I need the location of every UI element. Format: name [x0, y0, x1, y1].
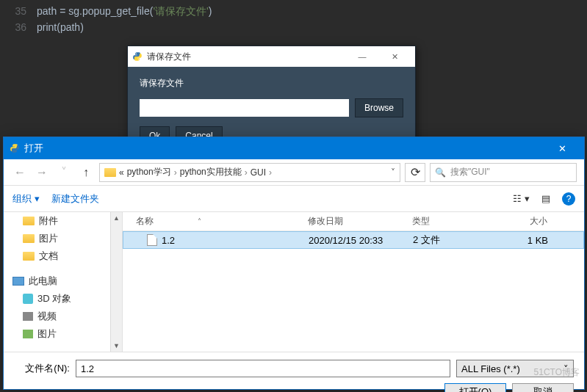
code-line: 36 print(path) [6, 19, 581, 35]
filedlg-title: 打开 [24, 142, 43, 155]
col-date[interactable]: 修改日期 [308, 215, 412, 228]
code-text: print(path) [37, 19, 84, 35]
col-type[interactable]: 类型 [412, 215, 500, 228]
search-input[interactable]: 🔍 搜索"GUI" [430, 163, 577, 182]
refresh-button[interactable]: ⟳ [405, 163, 425, 182]
nav-bar: ← → ˅ ↑ « python学习 › python实用技能 › GUI › … [4, 159, 584, 186]
file-icon [147, 234, 157, 246]
scroll-down-icon[interactable]: ▼ [111, 340, 122, 352]
breadcrumb-dropdown[interactable]: ˅ [391, 167, 395, 178]
svg-point-1 [138, 59, 139, 60]
newfolder-button[interactable]: 新建文件夹 [51, 192, 99, 206]
video-icon [23, 312, 33, 321]
close-button[interactable]: ✕ [546, 137, 578, 159]
svg-point-0 [136, 53, 137, 54]
help-button[interactable]: ? [562, 192, 575, 206]
file-open-dialog: 打开 ✕ ← → ˅ ↑ « python学习 › python实用技能 › G… [3, 137, 585, 390]
preview-pane-button[interactable]: ▤ [541, 193, 550, 204]
sidebar-item[interactable]: 图片 [4, 325, 122, 343]
breadcrumb-prefix: « [119, 167, 124, 178]
organize-button[interactable]: 组织 ▾ [12, 192, 40, 206]
browse-button[interactable]: Browse [355, 98, 403, 117]
toolbar: 组织 ▾ 新建文件夹 ☷▾ ▤ ? [4, 186, 584, 212]
chevron-right-icon: › [245, 167, 248, 178]
open-button[interactable]: 打开(O) [444, 383, 506, 392]
chevron-right-icon: › [269, 167, 272, 178]
sidebar-scrollbar[interactable]: ▲ ▼ [110, 212, 122, 352]
folder-icon [23, 252, 35, 261]
breadcrumb[interactable]: « python学习 › python实用技能 › GUI › ˅ [99, 163, 400, 182]
python-logo-icon [10, 143, 20, 153]
search-placeholder: 搜索"GUI" [450, 166, 490, 178]
nav-up-button[interactable]: ↑ [77, 164, 95, 181]
picture-icon [23, 330, 33, 338]
nav-recent-button[interactable]: ˅ [55, 164, 73, 181]
sidebar-thispc[interactable]: 此电脑 [4, 272, 122, 290]
col-size[interactable]: 大小 [500, 215, 558, 228]
line-number: 36 [6, 19, 26, 35]
filedlg-bottom: 文件名(N): ALL Files (*.*)˅ 打开(O) 取消 [4, 352, 584, 392]
col-name[interactable]: 名称 [136, 215, 154, 228]
folder-icon [104, 168, 116, 177]
sidebar-item[interactable]: 附件 [4, 212, 122, 230]
minimize-button[interactable]: — [346, 46, 378, 67]
filedlg-titlebar[interactable]: 打开 ✕ [4, 137, 584, 159]
nav-forward-button[interactable]: → [33, 164, 51, 181]
line-number: 35 [6, 3, 26, 19]
sort-indicator-icon: ˄ [198, 217, 201, 225]
code-editor: 35 path = sg.popup_get_file('请保存文件') 36 … [0, 0, 587, 38]
sidebar-item[interactable]: 文档 [4, 247, 122, 265]
popup-title: 请保存文件 [147, 51, 191, 63]
sidebar-item[interactable]: 3D 对象 [4, 290, 122, 308]
file-list: 名称˄ 修改日期 类型 大小 1.2 2020/12/15 20:33 2 文件… [123, 212, 584, 352]
filename-input[interactable] [76, 360, 450, 377]
filename-label: 文件名(N): [14, 362, 70, 375]
filter-select[interactable]: ALL Files (*.*)˅ [456, 360, 574, 377]
breadcrumb-seg[interactable]: python学习 [127, 166, 171, 178]
popup-label: 请保存文件 [140, 77, 403, 90]
popup-titlebar[interactable]: 请保存文件 — ✕ [128, 46, 415, 67]
code-line: 35 path = sg.popup_get_file('请保存文件') [6, 3, 581, 19]
sidebar-item[interactable]: 图片 [4, 230, 122, 247]
chevron-right-icon: › [174, 167, 177, 178]
close-button[interactable]: ✕ [378, 46, 411, 67]
folder-icon [23, 217, 35, 225]
scroll-up-icon[interactable]: ▲ [111, 212, 122, 224]
sidebar: 附件 图片 文档 此电脑 3D 对象 视频 图片 ▲ ▼ [4, 212, 123, 352]
view-mode-button[interactable]: ☷▾ [513, 193, 530, 204]
breadcrumb-seg[interactable]: GUI [251, 167, 266, 178]
breadcrumb-seg[interactable]: python实用技能 [180, 166, 242, 178]
chevron-down-icon: ˅ [563, 363, 569, 374]
code-text: path = sg.popup_get_file('请保存文件') [37, 3, 212, 19]
folder-icon [23, 234, 35, 243]
3d-objects-icon [23, 294, 33, 304]
cancel-button[interactable]: 取消 [512, 383, 574, 392]
computer-icon [12, 277, 24, 286]
sidebar-item[interactable]: 视频 [4, 308, 122, 325]
nav-back-button[interactable]: ← [11, 164, 29, 181]
search-icon: 🔍 [435, 167, 446, 178]
list-header[interactable]: 名称˄ 修改日期 类型 大小 [123, 212, 584, 231]
list-row[interactable]: 1.2 2020/12/15 20:33 2 文件 1 KB [123, 231, 584, 249]
list-view-icon: ☷ [513, 193, 522, 204]
python-logo-icon [132, 51, 143, 62]
preview-icon: ▤ [541, 193, 550, 204]
popup-path-input[interactable] [140, 99, 349, 117]
